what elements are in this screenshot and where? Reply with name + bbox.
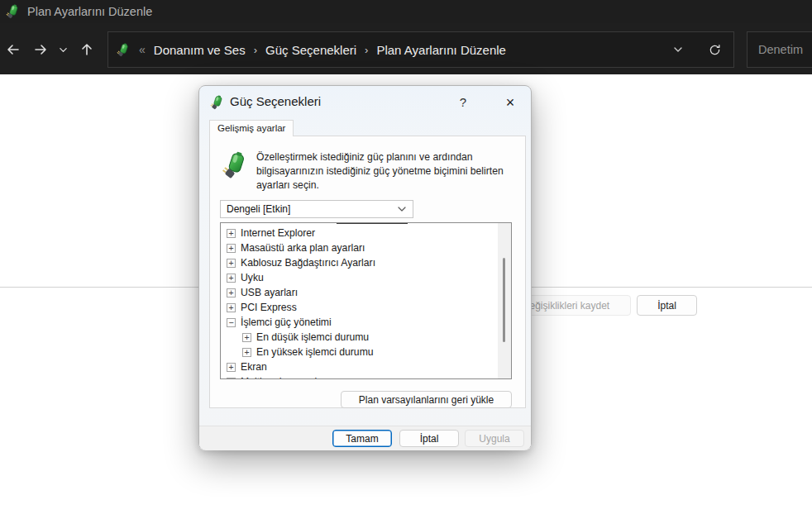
- screen: Plan Ayarlarını Düzenle « Donanım ve Ses…: [0, 0, 812, 514]
- breadcrumb-overflow-icon[interactable]: «: [139, 43, 146, 56]
- help-button[interactable]: ?: [454, 93, 472, 112]
- refresh-icon: [709, 44, 721, 56]
- tree-item[interactable]: −İşlemci güç yönetimi: [227, 315, 499, 330]
- description-line: bilgisayarınızın istediğiniz güç yönetme…: [256, 164, 504, 178]
- expand-icon[interactable]: +: [242, 348, 251, 357]
- breadcrumb-hardware-and-sound[interactable]: Donanım ve Ses: [154, 43, 246, 57]
- window-title: Plan Ayarlarını Düzenle: [27, 5, 152, 18]
- breadcrumb-separator: ›: [254, 44, 257, 56]
- breadcrumb-power-options[interactable]: Güç Seçenekleri: [265, 43, 356, 57]
- tree-item-label: USB ayarları: [241, 287, 298, 298]
- power-options-icon: [210, 95, 225, 110]
- chevron-down-icon: [673, 45, 683, 55]
- up-arrow-icon: [79, 42, 94, 57]
- tree-item-label: Uyku: [241, 272, 264, 283]
- apply-button: Uygula: [465, 430, 524, 447]
- back-arrow-icon: [6, 42, 21, 57]
- description-line: ayarları seçin.: [256, 178, 504, 193]
- advanced-settings-panel: Özelleştirmek istediğiniz güç planını ve…: [209, 136, 526, 408]
- expand-icon[interactable]: +: [227, 259, 236, 268]
- restore-defaults-button[interactable]: Plan varsayılanlarını geri yükle: [341, 391, 512, 408]
- dialog-footer: Tamam İptal Uygula: [199, 426, 531, 450]
- up-button[interactable]: [76, 39, 98, 60]
- tree-item-label: Ekran: [241, 361, 267, 373]
- tree-item[interactable]: +Masaüstü arka plan ayarları: [227, 240, 499, 255]
- description-text: Özelleştirmek istediğiniz güç planını ve…: [256, 150, 504, 193]
- recent-pages-button[interactable]: [55, 39, 71, 60]
- navigation-bar: « Donanım ve Ses › Güç Seçenekleri › Pla…: [0, 23, 812, 74]
- forward-arrow-icon: [33, 42, 48, 57]
- tree-item-label: Multimedya ayarları: [241, 376, 328, 379]
- tree-item-label: Masaüstü arka plan ayarları: [241, 242, 365, 254]
- tree-item-label: En düşük işlemci durumu: [256, 331, 369, 343]
- tree-item-label: En yüksek işlemci durumu: [256, 346, 374, 358]
- address-bar[interactable]: « Donanım ve Ses › Güç Seçenekleri › Pla…: [107, 31, 734, 68]
- tree-item[interactable]: +Uyku: [227, 270, 499, 285]
- plan-dropdown[interactable]: Dengeli [Etkin]: [220, 200, 413, 218]
- description-line: Özelleştirmek istediğiniz güç planını ve…: [256, 150, 504, 164]
- tree-top-artifact: [337, 222, 408, 224]
- tree-item-label: PCI Express: [241, 302, 297, 313]
- forward-button[interactable]: [30, 39, 51, 60]
- address-dropdown-button[interactable]: [669, 40, 687, 59]
- collapse-icon[interactable]: −: [227, 318, 236, 327]
- tree-item[interactable]: +Kablosuz Bağdaştırıcı Ayarları: [227, 255, 499, 270]
- expand-icon[interactable]: +: [227, 274, 236, 283]
- tree-item[interactable]: +Ekran: [227, 359, 499, 374]
- expand-icon[interactable]: +: [227, 303, 236, 312]
- tree-item[interactable]: +Internet Explorer: [227, 226, 499, 240]
- settings-tree[interactable]: +Internet Explorer+Masaüstü arka plan ay…: [220, 222, 512, 379]
- dialog-titlebar[interactable]: Güç Seçenekleri ? ×: [199, 86, 531, 120]
- tree-scrollbar[interactable]: [498, 223, 511, 378]
- search-box[interactable]: Denetim: [747, 31, 812, 68]
- tree-scrollbar-thumb[interactable]: [503, 258, 505, 342]
- power-plan-icon: [6, 4, 21, 19]
- tree-item[interactable]: +En yüksek işlemci durumu: [242, 345, 512, 359]
- window-titlebar: Plan Ayarlarını Düzenle: [0, 0, 812, 23]
- plan-dropdown-value: Dengeli [Etkin]: [221, 203, 397, 215]
- expand-icon[interactable]: +: [227, 378, 236, 380]
- back-button[interactable]: [2, 39, 24, 60]
- expand-icon[interactable]: +: [227, 229, 236, 238]
- dialog-cancel-button[interactable]: İptal: [399, 430, 459, 447]
- refresh-button[interactable]: [705, 40, 724, 59]
- power-plan-icon-small: [117, 43, 131, 57]
- tree-item-label: Kablosuz Bağdaştırıcı Ayarları: [241, 257, 375, 269]
- chevron-down-icon: [59, 45, 68, 55]
- expand-icon[interactable]: +: [227, 288, 236, 297]
- tree-item[interactable]: +PCI Express: [227, 300, 499, 315]
- chevron-down-icon: [397, 204, 407, 214]
- tree-item-label: İşlemci güç yönetimi: [241, 316, 332, 328]
- breadcrumb-separator: ›: [365, 44, 368, 56]
- dialog-title: Güç Seçenekleri: [230, 94, 321, 108]
- search-placeholder: Denetim: [758, 43, 803, 56]
- power-options-dialog: Güç Seçenekleri ? × Gelişmiş ayarlar Öze…: [198, 85, 532, 450]
- expand-icon[interactable]: +: [227, 363, 236, 372]
- expand-icon[interactable]: +: [242, 333, 251, 342]
- expand-icon[interactable]: +: [227, 244, 236, 253]
- tree-item-label: Internet Explorer: [241, 227, 315, 239]
- page-cancel-button[interactable]: İptal: [637, 295, 697, 316]
- battery-plug-icon: [222, 150, 250, 180]
- ok-button[interactable]: Tamam: [332, 430, 392, 447]
- tab-advanced-settings[interactable]: Gelişmiş ayarlar: [209, 120, 294, 136]
- breadcrumb-edit-plan-settings[interactable]: Plan Ayarlarını Düzenle: [376, 43, 505, 57]
- close-icon[interactable]: ×: [499, 91, 522, 114]
- tree-item[interactable]: +USB ayarları: [227, 285, 499, 300]
- tree-item[interactable]: +En düşük işlemci durumu: [242, 330, 512, 345]
- tree-item[interactable]: +Multimedya ayarları: [227, 374, 499, 379]
